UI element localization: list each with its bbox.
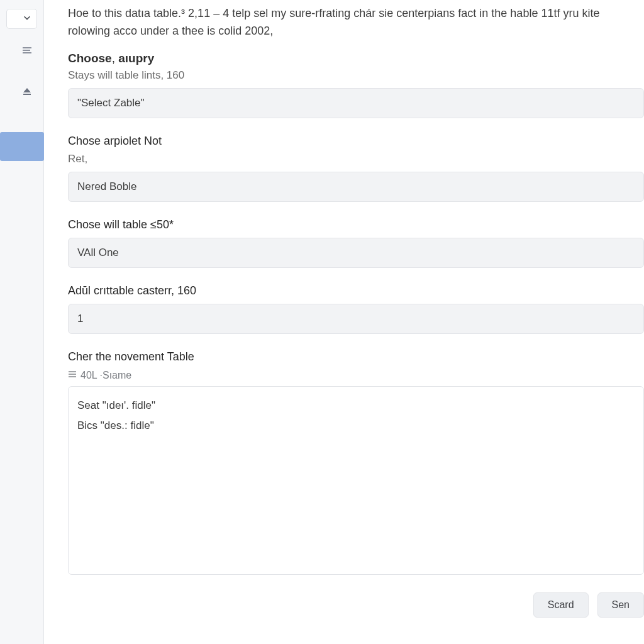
choose-heading: Choose, aıupry: [68, 52, 644, 65]
novement-meta: 40L ·Sıame: [68, 370, 644, 381]
field-novement: Cher the novement Table 40L ·Sıame Seat …: [68, 350, 644, 575]
select-zable-input[interactable]: "Select Zable": [68, 88, 644, 118]
field-arpiolet: Chose arpiolet Not Ret, Nered Boble: [68, 135, 644, 202]
field-crittable: Adūl crıttable casterr, 160 1: [68, 284, 644, 334]
eject-icon[interactable]: [21, 86, 33, 98]
send-button[interactable]: Sen: [597, 592, 644, 618]
svg-rect-4: [23, 94, 31, 95]
crittable-input[interactable]: 1: [68, 304, 644, 334]
willtable-label: Chose will table ≤50*: [68, 218, 644, 231]
sidebar: [0, 0, 44, 644]
arpiolet-label: Chose arpiolet Not: [68, 135, 644, 148]
arpiolet-hint: Ret,: [68, 153, 644, 165]
intro-text: Hoe to this datıa table.³ 2,11 – 4 telp …: [68, 5, 644, 40]
menu-lines-icon[interactable]: [21, 44, 33, 57]
field-willtable: Chose will table ≤50* VAll One: [68, 218, 644, 268]
sidebar-active-item[interactable]: [0, 132, 44, 161]
svg-marker-3: [23, 88, 31, 92]
field-choose: Choose, aıupry Stays will table lints, 1…: [68, 52, 644, 118]
scard-button[interactable]: Scard: [533, 592, 589, 618]
list-icon: [68, 370, 77, 381]
novement-label: Cher the novement Table: [68, 350, 644, 364]
willtable-input[interactable]: VAll One: [68, 238, 644, 268]
main-panel: Hoe to this datıa table.³ 2,11 – 4 telp …: [44, 0, 644, 644]
novement-textarea[interactable]: Seat "ıdeı'. fidle" Bics "des.: fidle": [68, 386, 644, 575]
arpiolet-input[interactable]: Nered Boble: [68, 172, 644, 202]
crittable-label: Adūl crıttable casterr, 160: [68, 284, 644, 297]
chevron-down-icon: [23, 13, 31, 25]
choose-hint: Stays will table lints, 160: [68, 69, 644, 82]
footer: Scard Sen: [68, 584, 644, 618]
sidebar-dropdown[interactable]: [6, 9, 37, 29]
